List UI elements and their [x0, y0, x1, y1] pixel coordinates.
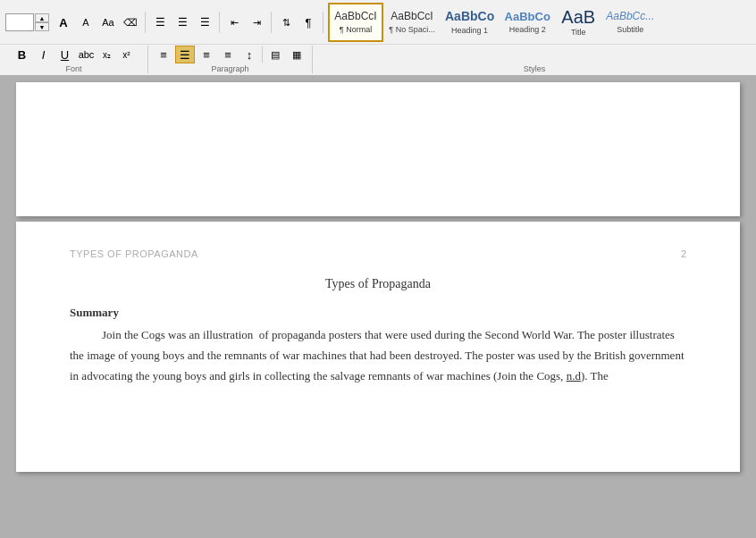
style-subtitle[interactable]: AaBbCc... Subtitle [601, 3, 659, 42]
style-heading1[interactable]: AaBbCo Heading 1 [441, 3, 499, 42]
style-nospace-preview: AaBbCcI [391, 11, 433, 22]
style-no-spacing[interactable]: AaBbCcI ¶ No Spaci... [384, 3, 440, 42]
style-title-label: Title [571, 28, 586, 37]
font-size-decrease-btn[interactable]: ▼ [35, 22, 49, 31]
border-btn[interactable]: ▦ [287, 46, 307, 63]
styles-section-label-area: Styles [318, 46, 751, 73]
font-size-increase-btn[interactable]: ▲ [35, 13, 49, 22]
ribbon-row2: B I U abc x₂ x² Font ≡ ☰ ≡ ≡ ↕ [0, 45, 756, 75]
font-size-input[interactable]: 12 [5, 13, 34, 31]
style-nospace-label: ¶ No Spaci... [389, 25, 434, 34]
paragraph-section-label: Paragraph [211, 64, 248, 73]
align-center-btn[interactable]: ☰ [175, 46, 195, 63]
doc-area: TYPES OF PROPAGANDA 2 Types of Propagand… [0, 77, 756, 538]
sep1 [145, 12, 146, 33]
align-left-btn[interactable]: ≡ [154, 46, 173, 63]
sep4 [323, 12, 323, 33]
style-normal-preview: AaBbCcI [334, 11, 376, 22]
style-title[interactable]: AaB Title [556, 3, 601, 42]
paragraph-section-area: ≡ ☰ ≡ ≡ ↕ ▤ ▦ Paragraph [154, 46, 313, 73]
body-text[interactable]: Join the Cogs was an illustration of pro… [70, 325, 686, 386]
style-subtitle-preview: AaBbCc... [606, 11, 654, 22]
indent-decrease-btn[interactable]: ⇤ [224, 13, 244, 32]
style-h1-label: Heading 1 [451, 26, 488, 35]
style-subtitle-label: Subtitle [617, 25, 643, 34]
sep2 [219, 12, 220, 33]
bullet-list-btn[interactable]: ☰ [150, 13, 170, 32]
sort-btn[interactable]: ⇅ [276, 13, 296, 32]
style-normal[interactable]: AaBbCcI ¶ Normal [328, 3, 383, 42]
style-title-preview: AaB [561, 8, 595, 26]
subscript-btn[interactable]: x₂ [98, 46, 116, 63]
page-header: TYPES OF PROPAGANDA 2 [70, 248, 686, 259]
justify-btn[interactable]: ≡ [218, 46, 238, 63]
page-title-center[interactable]: Types of Propaganda [70, 275, 686, 291]
number-list-btn[interactable]: ☰ [172, 13, 192, 32]
style-normal-label: ¶ Normal [340, 25, 372, 34]
style-h1-preview: AaBbCo [445, 10, 494, 23]
align-right-btn[interactable]: ≡ [197, 46, 216, 63]
styles-area: AaBbCcI ¶ Normal AaBbCcI ¶ No Spaci... A… [328, 3, 751, 42]
styles-section-label: Styles [524, 64, 546, 73]
page-1 [16, 82, 740, 216]
clear-format-btn[interactable]: ⌫ [121, 13, 140, 32]
shading-btn[interactable]: ▤ [265, 46, 285, 63]
page-title-text: Types of Propaganda [325, 277, 431, 290]
page-header-left: TYPES OF PROPAGANDA [70, 248, 198, 259]
style-h2-preview: AaBbCo [505, 11, 550, 23]
summary-heading: Summary [70, 306, 119, 319]
font-section-area: B I U abc x₂ x² Font [5, 46, 148, 73]
app-window: 12 ▲ ▼ A A Aa ⌫ ☰ ☰ ☰ ⇤ ⇥ ⇅ ¶ [0, 0, 756, 538]
show-para-btn[interactable]: ¶ [298, 13, 318, 32]
page-2[interactable]: TYPES OF PROPAGANDA 2 Types of Propagand… [16, 222, 740, 472]
multilevel-list-btn[interactable]: ☰ [195, 13, 214, 32]
change-case-btn[interactable]: Aa [98, 13, 118, 32]
font-grow-btn[interactable]: A [54, 13, 73, 32]
bold-btn[interactable]: B [13, 46, 32, 63]
ribbon-row1: 12 ▲ ▼ A A Aa ⌫ ☰ ☰ ☰ ⇤ ⇥ ⇅ ¶ [0, 0, 756, 45]
body-text-content: Join the Cogs was an illustration of pro… [70, 328, 685, 382]
line-spacing-btn[interactable]: ↕ [239, 46, 259, 63]
font-section-label: Font [65, 64, 81, 73]
style-heading2[interactable]: AaBbCo Heading 2 [500, 3, 555, 42]
underline-nd: n.d [567, 369, 581, 382]
strikethrough-btn[interactable]: abc [77, 46, 97, 63]
style-h2-label: Heading 2 [509, 25, 546, 34]
page-header-right: 2 [681, 248, 686, 259]
ribbon: 12 ▲ ▼ A A Aa ⌫ ☰ ☰ ☰ ⇤ ⇥ ⇅ ¶ [0, 0, 756, 77]
underline-btn[interactable]: U [55, 46, 75, 63]
sep3 [271, 12, 272, 33]
font-size-group: 12 ▲ ▼ [5, 13, 49, 31]
italic-btn[interactable]: I [34, 46, 54, 63]
summary-section[interactable]: Summary [70, 304, 686, 320]
superscript-btn[interactable]: x² [118, 46, 136, 63]
indent-increase-btn[interactable]: ⇥ [247, 13, 266, 32]
font-shrink-btn[interactable]: A [76, 13, 96, 32]
